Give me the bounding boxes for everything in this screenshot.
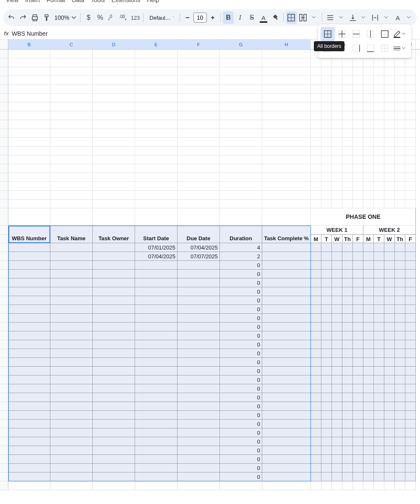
row-header[interactable] bbox=[0, 191, 8, 200]
border-vertical-icon[interactable] bbox=[363, 27, 378, 41]
day-header-9[interactable]: F bbox=[405, 235, 416, 243]
percent-button[interactable]: % bbox=[95, 11, 106, 24]
row-header[interactable] bbox=[0, 67, 8, 76]
row-header[interactable] bbox=[0, 235, 8, 243]
menu-data[interactable]: Data bbox=[72, 0, 84, 3]
spreadsheet-grid[interactable]: BCDEFGHIJKLMNOPQR PHASE ONEWEEK 1WEEK 2W… bbox=[0, 39, 420, 490]
day-header-7[interactable]: W bbox=[384, 235, 395, 243]
row-header[interactable] bbox=[0, 464, 8, 472]
row-header[interactable] bbox=[0, 428, 8, 437]
row-header[interactable] bbox=[0, 420, 8, 428]
row-header[interactable] bbox=[0, 111, 8, 120]
text-wrap-button[interactable] bbox=[370, 11, 381, 24]
column-header-B[interactable]: B bbox=[8, 39, 50, 49]
row-header[interactable] bbox=[0, 155, 8, 164]
row-header[interactable] bbox=[0, 349, 8, 358]
row-header[interactable] bbox=[0, 278, 8, 287]
row-header[interactable] bbox=[0, 481, 8, 490]
zoom-selector[interactable]: 100% bbox=[52, 14, 78, 21]
row-header[interactable] bbox=[0, 323, 8, 331]
name-box[interactable]: WBS Number bbox=[12, 30, 48, 37]
print-button[interactable] bbox=[29, 11, 40, 24]
column-header-F[interactable]: F bbox=[177, 39, 220, 49]
row-header[interactable] bbox=[0, 164, 8, 173]
rotation-dropdown[interactable] bbox=[403, 11, 414, 24]
fill-color-button[interactable] bbox=[270, 11, 281, 24]
row-header[interactable] bbox=[0, 446, 8, 455]
border-all-icon[interactable] bbox=[321, 27, 335, 41]
column-header-H[interactable]: H bbox=[262, 39, 311, 49]
decrease-font-button[interactable] bbox=[183, 13, 193, 23]
currency-button[interactable]: $ bbox=[83, 11, 94, 24]
column-header-E[interactable]: E bbox=[135, 39, 177, 49]
table-header-3[interactable]: Start Date bbox=[135, 235, 177, 243]
week-header-0[interactable]: WEEK 1 bbox=[311, 226, 363, 235]
row-header[interactable] bbox=[0, 393, 8, 402]
vertical-align-button[interactable] bbox=[347, 11, 358, 24]
strikethrough-button[interactable]: S bbox=[246, 11, 257, 24]
row-header[interactable] bbox=[0, 94, 8, 102]
day-header-6[interactable]: T bbox=[374, 235, 384, 243]
redo-button[interactable] bbox=[18, 11, 29, 24]
more-formats-button[interactable]: 123 bbox=[130, 11, 141, 24]
row-header[interactable] bbox=[0, 296, 8, 305]
menu-extensions[interactable]: Extensions bbox=[112, 0, 140, 3]
menu-tools[interactable]: Tools bbox=[91, 0, 105, 3]
day-header-2[interactable]: W bbox=[332, 235, 342, 243]
row-header[interactable] bbox=[0, 340, 8, 349]
row-header[interactable] bbox=[0, 402, 8, 411]
week-header-1[interactable]: WEEK 2 bbox=[363, 226, 416, 235]
day-header-5[interactable]: M bbox=[363, 235, 374, 243]
row-header[interactable] bbox=[0, 314, 8, 323]
row-header[interactable] bbox=[0, 358, 8, 367]
phase-title[interactable]: PHASE ONE bbox=[311, 208, 416, 226]
row-header[interactable] bbox=[0, 138, 8, 147]
table-header-5[interactable]: Duration bbox=[220, 235, 262, 243]
column-header-D[interactable]: D bbox=[93, 39, 135, 49]
font-selector[interactable]: Defaul… bbox=[146, 15, 177, 21]
table-header-1[interactable]: Task Name bbox=[50, 235, 93, 243]
row-header[interactable] bbox=[0, 437, 8, 446]
row-header[interactable] bbox=[0, 287, 8, 296]
row-header[interactable] bbox=[0, 261, 8, 270]
text-rotation-button[interactable]: A bbox=[392, 11, 403, 24]
day-header-4[interactable]: F bbox=[353, 235, 363, 243]
row-header[interactable] bbox=[0, 331, 8, 340]
row-header[interactable] bbox=[0, 200, 8, 208]
row-header[interactable] bbox=[0, 243, 8, 252]
menu-insert[interactable]: Insert bbox=[25, 0, 40, 3]
halign-dropdown[interactable] bbox=[336, 11, 347, 24]
border-horizontal-icon[interactable] bbox=[349, 27, 363, 41]
row-header[interactable] bbox=[0, 129, 8, 138]
border-none-icon[interactable] bbox=[378, 41, 392, 55]
horizontal-align-button[interactable] bbox=[325, 11, 336, 24]
italic-button[interactable]: I bbox=[235, 11, 245, 24]
bold-button[interactable]: B bbox=[223, 11, 234, 24]
row-header[interactable] bbox=[0, 375, 8, 384]
row-header[interactable] bbox=[0, 384, 8, 393]
row-header[interactable] bbox=[0, 85, 8, 94]
decrease-decimal-button[interactable]: .0 bbox=[107, 11, 117, 24]
row-header[interactable] bbox=[0, 455, 8, 464]
increase-font-button[interactable] bbox=[208, 13, 218, 23]
column-header-G[interactable]: G bbox=[220, 39, 262, 49]
row-header[interactable] bbox=[0, 58, 8, 67]
table-header-6[interactable]: Task Complete % bbox=[262, 235, 311, 243]
row-header[interactable] bbox=[0, 367, 8, 375]
undo-button[interactable] bbox=[6, 11, 17, 24]
row-header[interactable] bbox=[0, 76, 8, 85]
row-header[interactable] bbox=[0, 50, 8, 58]
paint-format-button[interactable] bbox=[41, 11, 52, 24]
font-size-input[interactable] bbox=[193, 13, 207, 23]
row-header[interactable] bbox=[0, 147, 8, 155]
text-color-button[interactable]: A bbox=[258, 11, 269, 24]
row-header[interactable] bbox=[0, 411, 8, 420]
row-header[interactable] bbox=[0, 208, 8, 226]
table-header-4[interactable]: Due Date bbox=[177, 235, 220, 243]
day-header-3[interactable]: Th bbox=[342, 235, 353, 243]
row-header[interactable] bbox=[0, 270, 8, 278]
valign-dropdown[interactable] bbox=[358, 11, 369, 24]
day-header-8[interactable]: Th bbox=[395, 235, 405, 243]
borders-button[interactable] bbox=[286, 11, 297, 24]
table-header-2[interactable]: Task Owner bbox=[93, 235, 135, 243]
